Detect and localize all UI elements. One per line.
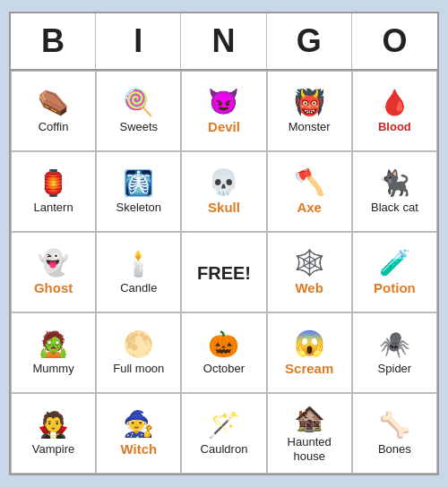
bingo-cell: 🏚️Haunted house [267, 393, 352, 474]
bingo-cell: 🧟Mummy [11, 312, 96, 393]
bingo-cell: 🎃October [181, 312, 266, 393]
header-letter: G [267, 13, 352, 69]
bingo-cell: 🌕Full moon [96, 312, 181, 393]
header-letter: I [96, 13, 181, 69]
cell-emoji: 🏚️ [294, 404, 325, 434]
cell-emoji: 🧛 [38, 410, 69, 440]
bingo-cell: 🧛Vampire [11, 393, 96, 474]
cell-label: October [203, 362, 245, 376]
cell-label: Candle [120, 281, 157, 295]
bingo-cell: 🏮Lantern [11, 151, 96, 232]
bingo-cell: 💀Skull [181, 151, 266, 232]
cell-label: Mummy [32, 362, 73, 376]
cell-label: Blood [378, 120, 411, 134]
cell-emoji: 😱 [294, 329, 325, 359]
bingo-cell: 🩻Skeleton [96, 151, 181, 232]
cell-emoji: 😈 [208, 87, 239, 117]
cell-emoji: 🪄 [208, 410, 239, 440]
cell-label: Vampire [32, 442, 74, 457]
bingo-cell: 🕸️Web [267, 232, 352, 312]
cell-label: Bones [378, 442, 411, 457]
cell-label: Haunted house [271, 435, 348, 463]
bingo-cell: FREE! [181, 232, 266, 312]
bingo-cell: 🕷️Spider [352, 312, 437, 393]
cell-label: Axe [297, 200, 322, 216]
cell-emoji: 🕸️ [294, 248, 325, 278]
bingo-cell: 👹Monster [267, 71, 352, 151]
cell-label: Ghost [34, 280, 73, 296]
cell-label: Scream [285, 361, 333, 377]
cell-label: Black cat [371, 201, 418, 215]
bingo-cell: 🐈‍⬛Black cat [352, 151, 437, 232]
bingo-cell: ⚰️Coffin [11, 71, 96, 151]
cell-emoji: 🧟 [38, 329, 69, 360]
bingo-cell: 😱Scream [267, 312, 352, 393]
cell-label: Devil [208, 119, 240, 135]
header-letter: N [181, 13, 266, 69]
cell-emoji: 👹 [294, 88, 325, 118]
cell-label: Lantern [34, 201, 73, 215]
cell-label: Cauldron [201, 442, 248, 457]
bingo-cell: 🍭Sweets [96, 71, 181, 151]
cell-emoji: 🩸 [379, 88, 410, 118]
cell-label: Web [295, 280, 323, 296]
cell-label: Monster [289, 120, 331, 134]
cell-emoji: 🍭 [123, 88, 154, 118]
cell-emoji: 🧪 [379, 248, 410, 278]
bingo-cell: 😈Devil [181, 71, 266, 151]
cell-emoji: 🩻 [123, 168, 154, 199]
bingo-cell: 🕯️Candle [96, 232, 181, 312]
cell-label: Coffin [39, 120, 69, 134]
cell-emoji: 🌕 [123, 329, 154, 360]
cell-emoji: 🧙 [123, 409, 154, 440]
cell-emoji: 🕷️ [379, 329, 410, 360]
bingo-cell: 👻Ghost [11, 232, 96, 312]
bingo-header: BINGO [11, 13, 437, 71]
cell-label: Full moon [113, 362, 164, 376]
bingo-cell: 🧙Witch [96, 393, 181, 474]
cell-label: FREE! [197, 262, 251, 284]
cell-label: Skeleton [116, 201, 161, 215]
cell-emoji: ⚰️ [38, 88, 69, 118]
cell-emoji: 👻 [38, 248, 69, 278]
cell-label: Skull [208, 200, 240, 216]
cell-emoji: 🪓 [294, 167, 325, 198]
cell-label: Sweets [119, 120, 158, 134]
cell-emoji: 🦴 [379, 410, 410, 440]
bingo-cell: 🪄Cauldron [181, 393, 266, 474]
bingo-grid: ⚰️Coffin🍭Sweets😈Devil👹Monster🩸Blood🏮Lant… [11, 71, 437, 474]
cell-emoji: 🏮 [38, 168, 69, 199]
cell-label: Witch [120, 441, 157, 457]
cell-emoji: 💀 [208, 167, 239, 198]
header-letter: B [11, 13, 96, 69]
bingo-cell: 🪓Axe [267, 151, 352, 232]
bingo-cell: 🩸Blood [352, 71, 437, 151]
cell-label: Potion [374, 280, 416, 296]
cell-label: Spider [378, 362, 412, 376]
cell-emoji: 🎃 [208, 329, 239, 360]
bingo-cell: 🦴Bones [352, 393, 437, 474]
cell-emoji: 🕯️ [123, 249, 154, 279]
header-letter: O [352, 13, 437, 69]
bingo-cell: 🧪Potion [352, 232, 437, 312]
bingo-card: BINGO ⚰️Coffin🍭Sweets😈Devil👹Monster🩸Bloo… [9, 12, 439, 475]
cell-emoji: 🐈‍⬛ [379, 168, 410, 199]
